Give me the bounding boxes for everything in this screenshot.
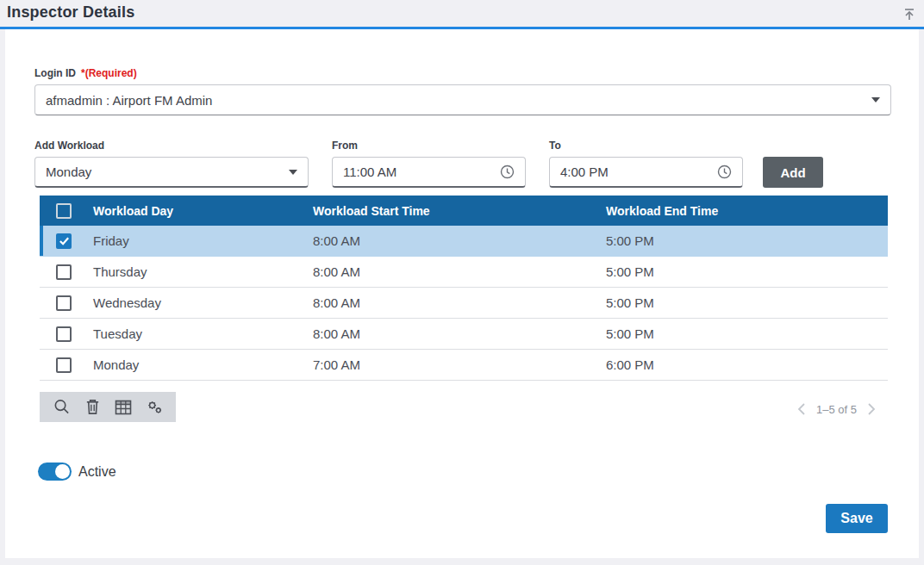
page-title: Inspector Details	[7, 3, 134, 22]
row-checkbox[interactable]	[56, 233, 72, 249]
table-body: Friday 8:00 AM 5:00 PM Thursday 8:00 AM …	[40, 226, 888, 381]
login-id-label-row: Login ID *(Required)	[34, 67, 137, 79]
workload-start-cell: 8:00 AM	[313, 264, 606, 279]
to-time-input[interactable]: 4:00 PM	[549, 157, 743, 188]
row-checkbox[interactable]	[56, 326, 72, 342]
workload-day-cell: Wednesday	[93, 295, 313, 310]
workload-start-cell: 7:00 AM	[313, 357, 606, 372]
required-label: *(Required)	[81, 67, 137, 79]
workload-day-cell: Thursday	[93, 264, 313, 279]
add-workload-label: Add Workload	[34, 140, 104, 152]
login-id-value: afmadmin : Airport FM Admin	[46, 93, 865, 108]
active-label: Active	[78, 464, 116, 480]
workload-day-cell: Monday	[93, 357, 313, 372]
login-id-label: Login ID	[34, 67, 76, 79]
workload-day-select[interactable]: Monday	[34, 157, 309, 188]
column-header-start[interactable]: Workload Start Time	[313, 204, 606, 218]
workload-start-cell: 8:00 AM	[313, 326, 606, 341]
table-header-row: Workload Day Workload Start Time Workloa…	[40, 196, 888, 226]
workload-row[interactable]: Friday 8:00 AM 5:00 PM	[40, 226, 888, 257]
title-bar: Inspector Details	[0, 0, 924, 27]
workload-table: Workload Day Workload Start Time Workloa…	[40, 196, 888, 381]
next-page-icon[interactable]	[867, 403, 876, 415]
settings-gears-icon[interactable]	[145, 398, 164, 417]
active-toggle[interactable]	[38, 463, 72, 481]
workload-day-cell: Friday	[93, 233, 313, 248]
pagination: 1–5 of 5	[797, 400, 876, 419]
from-label: From	[332, 140, 358, 152]
workload-start-cell: 8:00 AM	[313, 295, 606, 310]
column-grid-icon[interactable]	[114, 398, 133, 417]
workload-end-cell: 5:00 PM	[606, 264, 888, 279]
table-toolbar	[40, 392, 176, 422]
previous-page-icon[interactable]	[797, 403, 806, 415]
workload-row[interactable]: Wednesday 8:00 AM 5:00 PM	[40, 288, 888, 319]
add-button[interactable]: Add	[763, 157, 823, 188]
clock-icon[interactable]	[500, 165, 515, 179]
workload-end-cell: 5:00 PM	[606, 326, 888, 341]
pagination-label: 1–5 of 5	[816, 403, 857, 416]
from-time-value: 11:00 AM	[343, 165, 493, 179]
workload-end-cell: 5:00 PM	[606, 233, 888, 248]
workload-end-cell: 6:00 PM	[606, 357, 888, 372]
workload-row[interactable]: Tuesday 8:00 AM 5:00 PM	[40, 319, 888, 350]
workload-day-value: Monday	[46, 165, 282, 179]
workload-start-cell: 8:00 AM	[313, 233, 606, 248]
workload-day-cell: Tuesday	[93, 326, 313, 341]
workload-row[interactable]: Thursday 8:00 AM 5:00 PM	[40, 257, 888, 288]
chevron-down-icon	[871, 97, 880, 102]
search-icon[interactable]	[52, 398, 71, 417]
row-checkbox[interactable]	[56, 357, 72, 373]
toggle-knob	[55, 464, 70, 479]
from-time-input[interactable]: 11:00 AM	[332, 157, 526, 188]
workload-end-cell: 5:00 PM	[606, 295, 888, 310]
login-id-select[interactable]: afmadmin : Airport FM Admin	[34, 84, 891, 115]
column-header-day[interactable]: Workload Day	[93, 204, 313, 218]
workload-row[interactable]: Monday 7:00 AM 6:00 PM	[40, 350, 888, 381]
collapse-panel-icon[interactable]	[902, 7, 917, 22]
to-label: To	[549, 140, 561, 152]
row-checkbox[interactable]	[56, 295, 72, 311]
delete-icon[interactable]	[83, 398, 102, 417]
select-all-checkbox[interactable]	[56, 203, 72, 219]
chevron-down-icon	[289, 170, 297, 175]
inspector-details-panel: Login ID *(Required) afmadmin : Airport …	[5, 29, 919, 558]
to-time-value: 4:00 PM	[560, 165, 710, 179]
column-header-end[interactable]: Workload End Time	[606, 204, 888, 218]
clock-icon[interactable]	[717, 165, 732, 179]
active-toggle-row: Active	[38, 463, 116, 481]
row-checkbox[interactable]	[56, 264, 72, 280]
save-button[interactable]: Save	[826, 504, 888, 533]
